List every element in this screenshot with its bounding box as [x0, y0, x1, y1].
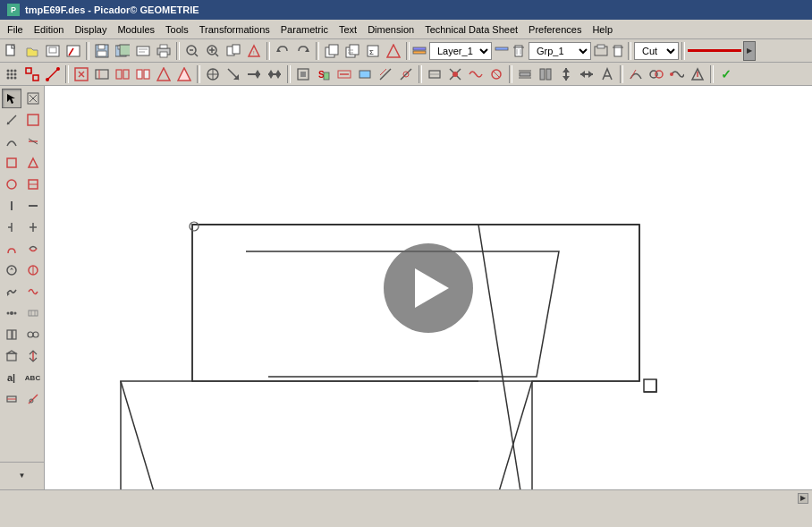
menu-preferences[interactable]: Preferences — [523, 22, 587, 37]
print-button[interactable] — [154, 41, 173, 61]
tb-r2-23[interactable] — [486, 64, 506, 84]
tb-r2-15[interactable]: S — [314, 64, 334, 84]
tb-r2-18[interactable] — [376, 64, 395, 84]
tb-r2-7[interactable] — [133, 64, 153, 84]
tb-r2-24[interactable] — [515, 64, 535, 84]
paste-button[interactable] — [343, 41, 362, 61]
tb-icon4[interactable] — [63, 41, 83, 61]
tb-r2-19[interactable] — [396, 64, 416, 84]
tb-r2-30[interactable] — [647, 64, 666, 84]
lt-btn-11a[interactable] — [2, 303, 21, 323]
tb-icon17[interactable]: Σ — [363, 41, 383, 61]
lt-btn-12a[interactable] — [2, 325, 21, 344]
draw-tool[interactable] — [2, 110, 21, 130]
lt-btn-8b[interactable] — [23, 239, 43, 259]
cut-dropdown[interactable]: Cut — [634, 42, 679, 60]
tb-r2-16[interactable] — [334, 64, 354, 84]
tb-icon7[interactable] — [133, 41, 153, 61]
menu-tools[interactable]: Tools — [160, 22, 194, 37]
tb-r2-29[interactable] — [626, 64, 646, 84]
lt-btn-7b[interactable] — [23, 217, 43, 237]
tb-r2-22[interactable] — [466, 64, 486, 84]
lt-btn-7a[interactable] — [2, 217, 21, 237]
tb-r2-11[interactable] — [224, 64, 243, 84]
menu-display[interactable]: Display — [69, 22, 112, 37]
select-tool[interactable] — [2, 89, 21, 108]
tb-icon3[interactable] — [43, 41, 63, 61]
menu-technical-data-sheet[interactable]: Technical Data Sheet — [419, 22, 523, 37]
lt-btn-6b[interactable] — [23, 196, 43, 216]
lt-btn-abc[interactable]: ABC — [23, 368, 43, 387]
tb-r2-9[interactable] — [174, 64, 194, 84]
snap-point[interactable] — [22, 64, 42, 84]
redo-button[interactable] — [293, 41, 313, 61]
lt-btn-9a[interactable] — [2, 260, 21, 280]
tb-icon12[interactable]: ! — [244, 41, 264, 61]
lt-btn-3b[interactable] — [23, 132, 43, 151]
snap-line[interactable] — [43, 64, 63, 84]
tb-check[interactable]: ✓ — [716, 64, 736, 84]
tb-r2-12[interactable] — [244, 64, 264, 84]
tb-r2-25[interactable] — [536, 64, 555, 84]
save-all-button[interactable] — [113, 41, 132, 61]
menu-parametric[interactable]: Parametric — [275, 22, 334, 37]
new-button[interactable] — [2, 41, 21, 61]
tb-r2-31[interactable] — [667, 64, 687, 84]
lt-btn-text[interactable]: a| — [2, 368, 21, 387]
menu-edition[interactable]: Edition — [29, 22, 70, 37]
menu-file[interactable]: File — [2, 22, 29, 37]
play-button[interactable] — [384, 243, 473, 333]
lt-btn-13b[interactable] — [23, 346, 43, 366]
tb-r2-17[interactable] — [355, 64, 375, 84]
tb-icon18[interactable] — [384, 41, 403, 61]
crop-tool[interactable] — [23, 110, 43, 130]
lt-btn-5b[interactable] — [23, 174, 43, 194]
left-toolbar-scroll-down[interactable]: ▼ — [13, 465, 32, 485]
lt-btn-3a[interactable] — [2, 132, 21, 151]
lt-btn-9b[interactable] — [23, 260, 43, 280]
tb-r2-14[interactable] — [293, 64, 313, 84]
zoom-button[interactable] — [182, 41, 202, 61]
tb-r2-26[interactable] — [556, 64, 576, 84]
tb-r2-4[interactable] — [72, 64, 91, 84]
lt-btn-6a[interactable] — [2, 196, 21, 216]
lt-btn-14a[interactable] — [2, 389, 21, 409]
tb-r2-27[interactable] — [577, 64, 596, 84]
tb-r2-5[interactable] — [92, 64, 112, 84]
tb-r2-13[interactable] — [265, 64, 284, 84]
lt-btn-5a[interactable] — [2, 174, 21, 194]
save-button[interactable] — [92, 41, 112, 61]
scroll-right-button[interactable]: ▶ — [743, 41, 756, 61]
menu-transformations[interactable]: Transformations — [194, 22, 275, 37]
menu-help[interactable]: Help — [587, 22, 618, 37]
lt-btn-10b[interactable] — [23, 282, 43, 302]
menu-modules[interactable]: Modules — [112, 22, 160, 37]
lt-btn-8a[interactable] — [2, 239, 21, 259]
tb-r2-28[interactable] — [597, 64, 617, 84]
lt-btn-10a[interactable] — [2, 282, 21, 302]
open-button[interactable] — [22, 41, 42, 61]
lt-btn-4a[interactable] — [2, 153, 21, 173]
group-dropdown[interactable]: Grp_1 — [529, 42, 591, 60]
tb-icon11[interactable] — [224, 41, 243, 61]
zoom-tool[interactable] — [23, 89, 43, 108]
layer-dropdown[interactable]: Layer_1 — [429, 42, 492, 60]
undo-button[interactable] — [273, 41, 292, 61]
tb-r2-10[interactable] — [203, 64, 223, 84]
menu-text[interactable]: Text — [334, 22, 362, 37]
tb-r2-20[interactable] — [425, 64, 444, 84]
status-scroll-right[interactable]: ▶ — [798, 493, 808, 504]
tb-r2-6[interactable] — [113, 64, 132, 84]
menu-dimension[interactable]: Dimension — [362, 22, 419, 37]
lt-btn-12b[interactable] — [23, 325, 43, 344]
tb-r2-21[interactable] — [445, 64, 465, 84]
lt-btn-14b[interactable] — [23, 389, 43, 409]
zoom-out-button[interactable] — [203, 41, 223, 61]
lt-btn-13a[interactable] — [2, 346, 21, 366]
tb-r2-32[interactable] — [688, 64, 707, 84]
lt-btn-4b[interactable] — [23, 153, 43, 173]
copy-button[interactable] — [322, 41, 342, 61]
snap-grid[interactable] — [2, 64, 21, 84]
lt-btn-11b[interactable] — [23, 303, 43, 323]
tb-r2-8[interactable] — [154, 64, 173, 84]
